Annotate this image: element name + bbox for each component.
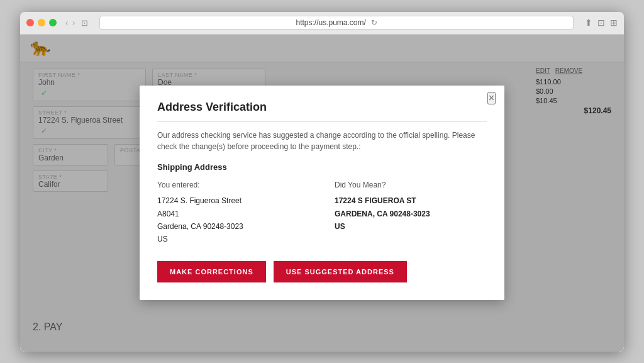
you-entered-line4: US [157,235,168,243]
did-you-mean-label: Did You Mean? [335,181,487,189]
reload-icon[interactable]: ↻ [371,18,377,27]
suggested-address: 17224 S FIGUEROA ST GARDENA, CA 90248-30… [335,194,487,233]
url-text: https://us.puma.com/ [296,18,365,27]
you-entered-address: 17224 S. Figueroa Street A8041 Gardena, … [157,194,309,246]
address-columns: You entered: 17224 S. Figueroa Street A8… [157,181,487,246]
close-button[interactable] [26,19,34,26]
did-you-mean-column: Did You Mean? 17224 S FIGUEROA ST GARDEN… [335,181,487,246]
suggested-line3: US [335,222,345,231]
you-entered-line1: 17224 S. Figueroa Street [157,196,242,205]
you-entered-label: You entered: [157,181,309,189]
address-verification-modal: × Address Verification Our address check… [140,86,504,300]
page-background: 🐆 FIRST NAME * John ✓ LAST NAME * Doe ✓ [20,35,624,352]
you-entered-line3: Gardena, CA 90248-3023 [157,222,243,231]
tab-icon: ⊡ [81,18,88,28]
minimize-button[interactable] [38,19,45,26]
browser-nav: ‹ › [65,18,75,28]
forward-icon[interactable]: › [72,18,75,28]
modal-description: Our address checking service has suggest… [157,130,487,152]
maximize-button[interactable] [49,19,57,26]
suggested-line2: GARDENA, CA 90248-3023 [335,209,430,218]
modal-divider [157,121,487,122]
share-icon[interactable]: ⬆ [585,18,592,28]
modal-overlay: × Address Verification Our address check… [20,35,624,352]
browser-titlebar: ‹ › ⊡ https://us.puma.com/ ↻ ⬆ ⊡ ⊞ [20,12,624,35]
browser-actions: ⬆ ⊡ ⊞ [585,18,618,28]
suggested-line1: 17224 S FIGUEROA ST [335,196,416,205]
modal-title: Address Verification [157,101,487,114]
use-suggested-address-button[interactable]: USE SUGGESTED ADDRESS [274,261,407,282]
modal-buttons: MAKE CORRECTIONS USE SUGGESTED ADDRESS [157,261,487,282]
shipping-address-title: Shipping Address [157,162,487,172]
make-corrections-button[interactable]: MAKE CORRECTIONS [157,261,266,282]
browser-window: ‹ › ⊡ https://us.puma.com/ ↻ ⬆ ⊡ ⊞ 🐆 [20,12,624,352]
back-icon[interactable]: ‹ [65,18,69,28]
sidebar-toggle-icon[interactable]: ⊞ [610,18,618,28]
bookmark-icon[interactable]: ⊡ [597,18,605,28]
you-entered-column: You entered: 17224 S. Figueroa Street A8… [157,181,309,246]
you-entered-line2: A8041 [157,209,179,218]
browser-content: 🐆 FIRST NAME * John ✓ LAST NAME * Doe ✓ [20,35,624,352]
modal-close-button[interactable]: × [487,92,496,104]
url-bar[interactable]: https://us.puma.com/ ↻ [99,16,574,30]
